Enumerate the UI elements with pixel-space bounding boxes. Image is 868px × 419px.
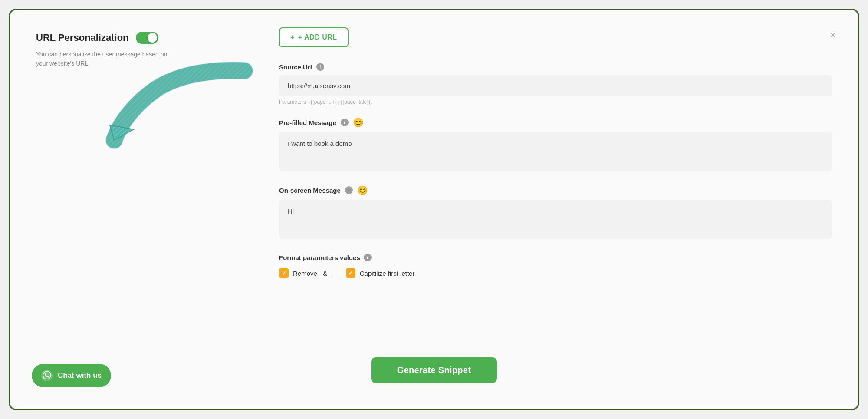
pre-filled-message-section: Pre-filled Message i 😊 I want to book a … bbox=[279, 117, 832, 173]
capitalize-checkbox-label: Capitilize first letter bbox=[360, 270, 415, 277]
format-label: Format parameters values bbox=[279, 254, 360, 261]
arrow-icon bbox=[105, 62, 253, 149]
left-panel: URL Personalization You can personalize … bbox=[36, 27, 262, 336]
right-panel: + + ADD URL Source Url i Parameters - {{… bbox=[279, 27, 832, 336]
checkbox-group: Remove - & _ Capitilize first letter bbox=[279, 268, 832, 278]
bottom-area: Generate Snippet bbox=[36, 357, 832, 392]
page-title: URL Personalization bbox=[36, 32, 129, 43]
main-container: × URL Personalization You can personaliz… bbox=[9, 9, 859, 410]
source-url-label: Source Url bbox=[279, 63, 312, 71]
generate-snippet-button[interactable]: Generate Snippet bbox=[371, 357, 497, 383]
remove-checkbox-label: Remove - & _ bbox=[293, 270, 333, 277]
pre-filled-label: Pre-filled Message bbox=[279, 119, 336, 126]
pre-filled-info-icon[interactable]: i bbox=[341, 119, 349, 126]
source-url-info-icon[interactable]: i bbox=[316, 63, 324, 71]
content-area: URL Personalization You can personalize … bbox=[36, 27, 832, 336]
plus-icon: + bbox=[290, 33, 295, 41]
on-screen-info-icon[interactable]: i bbox=[345, 186, 353, 194]
url-personalization-header: URL Personalization bbox=[36, 32, 262, 44]
on-screen-label-group: On-screen Message i 😊 bbox=[279, 185, 832, 195]
toggle-switch[interactable] bbox=[136, 32, 158, 44]
on-screen-emoji-icon[interactable]: 😊 bbox=[357, 185, 368, 195]
pre-filled-message-input[interactable]: I want to book a demo bbox=[279, 132, 832, 171]
pre-filled-label-group: Pre-filled Message i 😊 bbox=[279, 117, 832, 128]
on-screen-label: On-screen Message bbox=[279, 187, 341, 194]
capitalize-checkbox-item[interactable]: Capitilize first letter bbox=[346, 268, 415, 278]
on-screen-message-input[interactable]: Hi bbox=[279, 200, 832, 239]
format-info-icon[interactable]: i bbox=[364, 254, 372, 261]
on-screen-message-section: On-screen Message i 😊 Hi bbox=[279, 185, 832, 241]
remove-checkbox-item[interactable]: Remove - & _ bbox=[279, 268, 333, 278]
format-label-group: Format parameters values i bbox=[279, 254, 832, 261]
pre-filled-emoji-icon[interactable]: 😊 bbox=[353, 117, 364, 128]
source-url-label-group: Source Url i bbox=[279, 63, 832, 71]
close-button[interactable]: × bbox=[825, 27, 841, 43]
add-url-label: + ADD URL bbox=[298, 33, 337, 41]
format-parameters-section: Format parameters values i Remove - & _ … bbox=[279, 254, 832, 278]
add-url-button[interactable]: + + ADD URL bbox=[279, 27, 349, 47]
params-hint: Parameters - {{page_url}}, {{page_title}… bbox=[279, 99, 832, 105]
chat-with-us-button[interactable]: Chat with us bbox=[32, 364, 111, 387]
capitalize-checkbox[interactable] bbox=[346, 268, 355, 278]
remove-checkbox[interactable] bbox=[279, 268, 289, 278]
source-url-section: Source Url i Parameters - {{page_url}}, … bbox=[279, 63, 832, 105]
chat-button-label: Chat with us bbox=[58, 371, 102, 380]
source-url-input[interactable] bbox=[279, 75, 832, 96]
whatsapp-icon bbox=[41, 370, 53, 381]
arrow-decoration bbox=[105, 62, 253, 149]
